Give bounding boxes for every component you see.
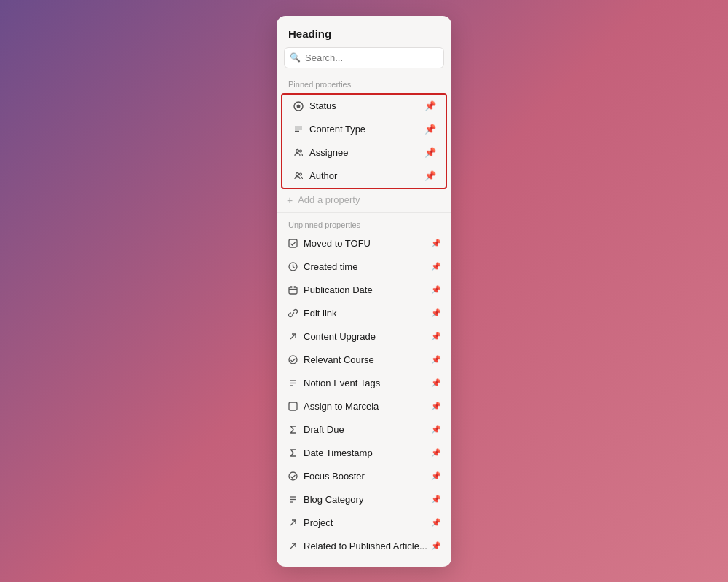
svg-line-25: [290, 543, 296, 549]
calendar-icon-publication-date: [287, 284, 298, 296]
svg-rect-8: [289, 239, 297, 247]
svg-point-6: [296, 172, 299, 175]
unpinned-item-created-time[interactable]: Created time 📌: [277, 255, 451, 279]
list-icon-blog-category: [287, 494, 298, 506]
unpinned-label-relevant-course: Relevant Course: [304, 354, 374, 365]
sigma-icon-draft-due: [287, 424, 298, 436]
circle-icon-focus-booster: [287, 471, 298, 482]
unpinned-label-edit-link: Edit link: [304, 308, 337, 319]
unpinned-label-created-time: Created time: [304, 261, 357, 272]
pin-button-assignee[interactable]: 📌: [422, 145, 438, 161]
unpinned-item-related-to-published[interactable]: Related to Published Article... 📌: [277, 535, 451, 558]
pinned-item-status[interactable]: Status 📌: [282, 95, 446, 118]
svg-point-4: [296, 149, 299, 152]
unpin-button-content-upgrade[interactable]: 📌: [428, 329, 444, 345]
unpinned-item-relevant-course[interactable]: Relevant Course 📌: [277, 348, 451, 372]
panel-heading: Heading: [277, 16, 451, 47]
pinned-item-content-type[interactable]: Content Type 📌: [282, 118, 446, 141]
checkbox-icon-moved-tofu: [287, 238, 298, 250]
pinned-property-list: Status 📌 Content Type 📌 As: [282, 95, 446, 188]
search-wrapper: 🔍: [284, 47, 444, 68]
unpinned-label-date-timestamp: Date Timestamp: [304, 447, 373, 458]
unpin-button-project[interactable]: 📌: [428, 515, 444, 531]
pinned-item-assignee-left: Assignee: [293, 147, 348, 159]
unpin-button-created-time[interactable]: 📌: [428, 259, 444, 275]
square-check-icon-assign-marcela: [287, 401, 298, 412]
unpin-button-publication-date[interactable]: 📌: [428, 282, 444, 298]
svg-rect-10: [289, 287, 297, 295]
unpin-button-moved-to-tofu[interactable]: 📌: [428, 236, 444, 252]
pin-button-content-type[interactable]: 📌: [422, 121, 438, 137]
list-icon-notion-event-tags: [287, 378, 298, 389]
add-icon: +: [287, 194, 293, 206]
unpinned-label-publication-date: Publication Date: [304, 284, 373, 295]
pin-button-author[interactable]: 📌: [422, 168, 438, 184]
unpinned-label-blog-category: Blog Category: [304, 494, 363, 505]
pinned-properties-area: Status 📌 Content Type 📌 As: [281, 93, 447, 189]
unpinned-item-draft-due[interactable]: Draft Due 📌: [277, 418, 451, 442]
unpinned-section-label: Unpinned properties: [277, 216, 451, 232]
status-icon: [293, 100, 304, 112]
unpinned-label-focus-booster: Focus Booster: [304, 471, 365, 482]
add-property-label: Add a property: [298, 194, 360, 205]
pinned-item-content-type-label: Content Type: [309, 124, 365, 135]
unpinned-item-notion-event-tags[interactable]: Notion Event Tags 📌: [277, 372, 451, 395]
unpinned-item-content-upgrade[interactable]: Content Upgrade 📌: [277, 325, 451, 348]
svg-point-20: [289, 472, 297, 480]
add-property-row[interactable]: + Add a property: [277, 191, 451, 210]
pinned-item-content-type-left: Content Type: [293, 124, 365, 135]
svg-rect-19: [289, 402, 297, 410]
unpin-button-relevant-course[interactable]: 📌: [428, 352, 444, 368]
people-icon-assignee: [293, 147, 304, 159]
unpin-button-edit-link[interactable]: 📌: [428, 306, 444, 322]
unpin-button-draft-due[interactable]: 📌: [428, 422, 444, 438]
unpin-button-date-timestamp[interactable]: 📌: [428, 445, 444, 461]
svg-point-15: [289, 356, 297, 364]
pinned-item-status-label: Status: [309, 100, 336, 111]
unpinned-item-moved-to-tofu[interactable]: Moved to TOFU 📌: [277, 232, 451, 255]
pinned-item-author[interactable]: Author 📌: [282, 164, 446, 188]
search-container: 🔍: [277, 47, 451, 76]
section-divider: [277, 212, 451, 213]
unpinned-item-publication-date[interactable]: Publication Date 📌: [277, 279, 451, 302]
svg-line-14: [290, 334, 296, 339]
unpinned-item-edit-link[interactable]: Edit link 📌: [277, 302, 451, 325]
pinned-section-label: Pinned properties: [277, 76, 451, 92]
clock-icon-created-time: [287, 261, 298, 273]
unpin-button-assign-to-marcela[interactable]: 📌: [428, 399, 444, 415]
unpinned-label-related-to-published: Related to Published Article...: [304, 541, 427, 551]
sigma-icon-date-timestamp: [287, 447, 298, 459]
unpinned-label-draft-due: Draft Due: [304, 424, 344, 435]
unpin-button-notion-event-tags[interactable]: 📌: [428, 375, 444, 391]
unpin-button-focus-booster[interactable]: 📌: [428, 469, 444, 485]
svg-point-5: [300, 150, 302, 152]
circle-icon-relevant-course: [287, 354, 298, 366]
pinned-item-author-label: Author: [309, 170, 337, 181]
unpinned-label-moved-to-tofu: Moved to TOFU: [304, 238, 371, 249]
search-input[interactable]: [284, 47, 444, 68]
unpinned-item-project[interactable]: Project 📌: [277, 511, 451, 535]
pin-button-status[interactable]: 📌: [422, 98, 438, 114]
unpinned-item-date-timestamp[interactable]: Date Timestamp 📌: [277, 442, 451, 465]
unpin-button-related-to-published[interactable]: 📌: [428, 538, 444, 554]
arrow-icon-related-published: [287, 541, 298, 552]
arrow-icon-content-upgrade: [287, 331, 298, 343]
svg-point-7: [300, 173, 302, 175]
properties-panel: Heading 🔍 Pinned properties Status 📌: [277, 16, 451, 567]
pinned-item-author-left: Author: [293, 170, 337, 182]
unpinned-label-project: Project: [304, 517, 333, 528]
unpinned-item-assign-to-marcela[interactable]: Assign to Marcela 📌: [277, 395, 451, 418]
pinned-item-assignee-label: Assignee: [309, 147, 348, 158]
unpinned-item-focus-booster[interactable]: Focus Booster 📌: [277, 465, 451, 488]
unpin-button-blog-category[interactable]: 📌: [428, 492, 444, 508]
unpinned-label-notion-event-tags: Notion Event Tags: [304, 378, 380, 388]
svg-line-24: [290, 520, 296, 525]
unpinned-label-content-upgrade: Content Upgrade: [304, 331, 376, 342]
search-icon: 🔍: [290, 52, 301, 63]
pinned-item-assignee[interactable]: Assignee 📌: [282, 141, 446, 164]
arrow-icon-project: [287, 517, 298, 529]
unpinned-item-blog-category[interactable]: Blog Category 📌: [277, 488, 451, 511]
list-icon-content-type: [293, 124, 304, 135]
people-icon-author: [293, 170, 304, 182]
unpinned-property-list: Moved to TOFU 📌 Created time 📌 Publicati…: [277, 232, 451, 558]
